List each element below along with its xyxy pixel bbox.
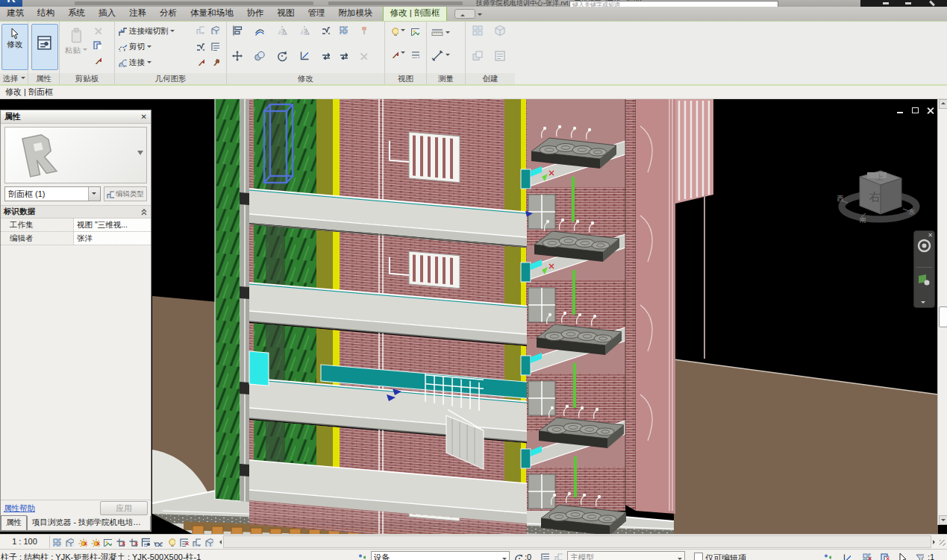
steering-wheel-icon[interactable] (917, 239, 931, 253)
create-assembly-icon[interactable] (494, 50, 506, 62)
create-similar-icon[interactable] (494, 25, 506, 37)
type-preview[interactable] (4, 127, 147, 183)
tab-architecture[interactable]: 建筑 (0, 6, 31, 21)
quick-access-toolbar[interactable] (75, 1, 313, 5)
detail-level-icon[interactable] (50, 535, 63, 548)
crop-region-visibility-icon[interactable]: ✕ (126, 535, 139, 548)
sun-path-icon[interactable]: ✕ (75, 535, 88, 548)
properties-button[interactable] (31, 24, 58, 70)
mirror-draw-axis-icon[interactable] (299, 25, 310, 37)
hscroll-left-arrow[interactable] (219, 540, 222, 544)
editing-requests-icon[interactable] (513, 552, 522, 560)
type-selector-combo[interactable]: 剖面框 (1) (4, 186, 101, 201)
demolish-hammer-icon[interactable] (210, 56, 219, 66)
window-controls[interactable] (860, 0, 947, 7)
show-constraints-icon[interactable] (202, 535, 215, 548)
help-search-input[interactable]: 键入关键字或短语 (569, 1, 778, 7)
tab-addins[interactable]: 附加模块 (332, 6, 380, 21)
view-close-icon[interactable] (926, 107, 934, 114)
wall-joins-icon[interactable] (210, 25, 219, 34)
viewcube[interactable]: 西 南 东 右 上 (834, 145, 924, 233)
modify-tool-button[interactable]: 修改 (1, 24, 28, 70)
apply-button[interactable]: 应用 (100, 501, 148, 515)
temporary-view-properties-icon[interactable]: ✕ (177, 535, 190, 548)
copy-element-icon[interactable] (254, 50, 266, 62)
panel-measure-label[interactable]: 测量 (427, 73, 465, 84)
split-element-icon[interactable] (321, 25, 330, 34)
relinquish-icon[interactable] (842, 552, 851, 560)
tab-insert[interactable]: 插入 (92, 6, 122, 21)
panel-properties-label[interactable]: 属性 (28, 73, 59, 84)
tab-modify-section-box[interactable]: 修改 | 剖面框 (383, 5, 448, 21)
view-restore-icon[interactable] (911, 107, 919, 114)
visual-style-icon[interactable] (63, 535, 75, 548)
minimize-ribbon-button[interactable] (454, 9, 475, 19)
create-group-icon[interactable] (472, 25, 484, 37)
panel-geometry-label[interactable]: 几何图形 (115, 73, 226, 84)
move-icon[interactable] (231, 50, 243, 62)
cut-geometry-button[interactable]: 剪切 (118, 40, 151, 54)
mirror-pick-axis-icon[interactable] (276, 25, 288, 37)
tab-collaborate[interactable]: 协作 (240, 6, 271, 21)
scale-button[interactable]: 1 : 100 (0, 535, 50, 548)
properties-help-link[interactable]: 属性帮助 (4, 503, 35, 514)
reload-latest-icon[interactable]: ✕ (878, 550, 890, 560)
match-type-icon[interactable] (93, 54, 101, 64)
tab-systems[interactable]: 系统 (61, 6, 92, 21)
editable-only-checkbox[interactable] (694, 553, 703, 560)
tab-project-browser[interactable]: 项目浏览器 - 技师学院机电培训... (27, 516, 151, 531)
tab-annotate[interactable]: 注释 (122, 6, 153, 21)
tab-view[interactable]: 视图 (271, 6, 301, 21)
trim-extend-single-icon[interactable] (321, 50, 330, 60)
panel-create-label[interactable]: 创建 (466, 73, 515, 84)
vertical-scroll-thumb[interactable] (939, 306, 947, 327)
panel-modify-label[interactable]: 修改 (227, 73, 384, 84)
join-geometry-button[interactable]: 连接 (118, 55, 151, 69)
delete-icon[interactable] (358, 50, 367, 60)
create-parts-icon[interactable] (472, 50, 484, 62)
copy-icon[interactable] (93, 40, 101, 49)
design-option-combo[interactable]: 主模型 (567, 551, 685, 560)
reveal-hidden-elements-icon[interactable] (164, 535, 177, 548)
override-graphics-icon[interactable] (390, 48, 405, 58)
horizontal-scrollbar[interactable] (223, 535, 931, 548)
scroll-down-arrow[interactable] (939, 515, 947, 525)
linework-icon[interactable] (410, 48, 419, 58)
property-value[interactable]: 视图 "三维视... (74, 218, 151, 231)
beam-joins-icon[interactable] (196, 25, 204, 34)
worksharing-display-icon[interactable] (190, 535, 202, 548)
viewcube-front-face[interactable]: 右 (869, 190, 881, 204)
temporary-hide-isolate-icon[interactable] (151, 535, 164, 548)
rotate-icon[interactable] (276, 50, 288, 62)
property-row-edited-by[interactable]: 编辑者 张洋 (1, 232, 151, 245)
zoom-tool-icon[interactable] (917, 273, 931, 287)
split-face-icon[interactable] (196, 41, 204, 51)
rendering-dialog-icon[interactable] (101, 535, 113, 548)
property-row-workset[interactable]: 工作集 视图 "三维视... (1, 218, 151, 232)
quick-access-toolbar-extension[interactable] (328, 1, 463, 5)
view-minimize-icon[interactable] (896, 107, 904, 114)
palette-close-icon[interactable]: ✕ (141, 113, 147, 121)
offset-icon[interactable] (254, 25, 266, 37)
panel-select-label[interactable]: 选择 (0, 73, 28, 84)
paste-button[interactable]: 粘贴 (63, 24, 90, 70)
navigation-bar[interactable]: ✕ (913, 230, 935, 308)
split-with-gap-icon[interactable] (339, 25, 348, 34)
navbar-close-icon[interactable]: ✕ (928, 232, 933, 239)
unpin-icon[interactable] (358, 25, 367, 34)
panel-clipboard-label[interactable]: 剪贴板 (60, 73, 114, 84)
property-value[interactable]: 张洋 (74, 232, 151, 245)
type-selector-caret[interactable] (88, 187, 100, 201)
palette-header[interactable]: 属性 ✕ (1, 110, 151, 124)
tab-analyze[interactable]: 分析 (153, 6, 184, 21)
cope-button[interactable]: 连接端切割 (118, 24, 175, 38)
tab-structure[interactable]: 结构 (31, 6, 61, 21)
active-workset-combo[interactable]: 设备 (371, 551, 510, 560)
crop-view-icon[interactable]: ✕ (113, 535, 126, 548)
unlocked-3d-view-icon[interactable] (139, 535, 151, 548)
edit-type-button[interactable]: 编辑类型 (104, 186, 147, 201)
resize-grip[interactable] (937, 536, 947, 547)
cut-icon[interactable] (93, 25, 101, 34)
application-menu-button[interactable]: R (0, 0, 22, 7)
align-icon[interactable] (231, 25, 243, 37)
